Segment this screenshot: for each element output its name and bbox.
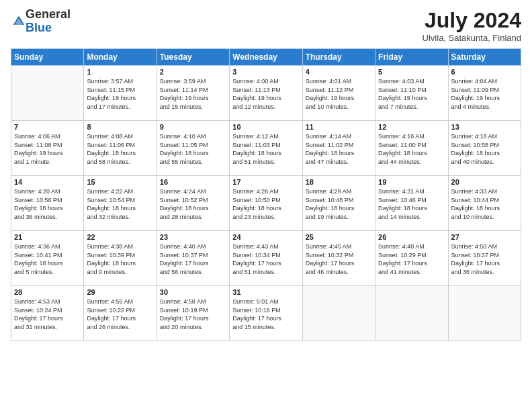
- col-sunday: Sunday: [11, 49, 84, 66]
- day-cell: 8Sunrise: 4:08 AM Sunset: 11:06 PM Dayli…: [84, 121, 157, 176]
- day-number: 27: [451, 233, 518, 241]
- day-cell: 21Sunrise: 4:36 AM Sunset: 10:41 PM Dayl…: [11, 231, 84, 286]
- location: Ulvila, Satakunta, Finland: [423, 33, 521, 43]
- week-row-3: 14Sunrise: 4:20 AM Sunset: 10:56 PM Dayl…: [11, 176, 521, 231]
- calendar-table: Sunday Monday Tuesday Wednesday Thursday…: [11, 48, 521, 341]
- day-cell: 13Sunrise: 4:18 AM Sunset: 10:58 PM Dayl…: [448, 121, 521, 176]
- day-info: Sunrise: 4:10 AM Sunset: 11:05 PM Daylig…: [160, 132, 226, 166]
- day-cell: 6Sunrise: 4:04 AM Sunset: 11:09 PM Dayli…: [448, 66, 521, 121]
- day-number: 15: [87, 178, 153, 186]
- day-number: 11: [306, 123, 372, 131]
- day-info: Sunrise: 4:00 AM Sunset: 11:13 PM Daylig…: [232, 77, 299, 111]
- day-cell: 24Sunrise: 4:43 AM Sunset: 10:34 PM Dayl…: [230, 231, 302, 286]
- day-number: 19: [378, 178, 445, 186]
- day-cell: 11Sunrise: 4:14 AM Sunset: 11:02 PM Dayl…: [302, 121, 375, 176]
- day-info: Sunrise: 3:59 AM Sunset: 11:14 PM Daylig…: [160, 77, 226, 111]
- day-cell: 22Sunrise: 4:38 AM Sunset: 10:39 PM Dayl…: [84, 231, 157, 286]
- col-monday: Monday: [84, 49, 157, 66]
- week-row-1: 1Sunrise: 3:57 AM Sunset: 11:15 PM Dayli…: [11, 66, 521, 121]
- day-info: Sunrise: 4:50 AM Sunset: 10:27 PM Daylig…: [451, 242, 518, 276]
- day-info: Sunrise: 4:16 AM Sunset: 11:00 PM Daylig…: [378, 132, 445, 166]
- day-number: 10: [232, 123, 299, 131]
- day-cell: 2Sunrise: 3:59 AM Sunset: 11:14 PM Dayli…: [157, 66, 229, 121]
- day-cell: 16Sunrise: 4:24 AM Sunset: 10:52 PM Dayl…: [157, 176, 229, 231]
- day-number: 18: [306, 178, 372, 186]
- day-cell: 1Sunrise: 3:57 AM Sunset: 11:15 PM Dayli…: [84, 66, 157, 121]
- day-info: Sunrise: 3:57 AM Sunset: 11:15 PM Daylig…: [87, 77, 153, 111]
- logo-icon: [12, 15, 26, 28]
- day-info: Sunrise: 4:58 AM Sunset: 10:19 PM Daylig…: [160, 298, 226, 331]
- day-info: Sunrise: 4:33 AM Sunset: 10:44 PM Daylig…: [451, 187, 518, 221]
- day-number: 26: [378, 233, 445, 241]
- day-info: Sunrise: 4:01 AM Sunset: 11:12 PM Daylig…: [306, 77, 372, 111]
- page: General Blue July 2024 Ulvila, Satakunta…: [0, 0, 532, 411]
- day-info: Sunrise: 4:31 AM Sunset: 10:46 PM Daylig…: [378, 187, 445, 221]
- week-row-2: 7Sunrise: 4:06 AM Sunset: 11:08 PM Dayli…: [11, 121, 521, 176]
- day-number: 31: [232, 288, 299, 296]
- day-number: 7: [14, 123, 81, 131]
- day-info: Sunrise: 4:48 AM Sunset: 10:29 PM Daylig…: [378, 242, 445, 276]
- day-cell: 25Sunrise: 4:45 AM Sunset: 10:32 PM Dayl…: [302, 231, 375, 286]
- day-number: 16: [160, 178, 226, 186]
- week-row-5: 28Sunrise: 4:53 AM Sunset: 10:24 PM Dayl…: [11, 286, 521, 341]
- day-number: 28: [14, 288, 81, 296]
- week-row-4: 21Sunrise: 4:36 AM Sunset: 10:41 PM Dayl…: [11, 231, 521, 286]
- col-friday: Friday: [375, 49, 448, 66]
- day-number: 6: [451, 68, 518, 76]
- day-cell: 23Sunrise: 4:40 AM Sunset: 10:37 PM Dayl…: [157, 231, 229, 286]
- day-info: Sunrise: 4:43 AM Sunset: 10:34 PM Daylig…: [232, 242, 299, 276]
- day-info: Sunrise: 4:40 AM Sunset: 10:37 PM Daylig…: [160, 242, 226, 276]
- header: General Blue July 2024 Ulvila, Satakunta…: [11, 8, 521, 43]
- day-info: Sunrise: 5:01 AM Sunset: 10:16 PM Daylig…: [232, 298, 299, 331]
- day-number: 8: [87, 123, 153, 131]
- day-number: 9: [160, 123, 226, 131]
- day-number: 29: [87, 288, 153, 296]
- day-info: Sunrise: 4:55 AM Sunset: 10:22 PM Daylig…: [87, 298, 153, 331]
- title-block: July 2024 Ulvila, Satakunta, Finland: [423, 8, 521, 43]
- day-info: Sunrise: 4:29 AM Sunset: 10:48 PM Daylig…: [306, 187, 372, 221]
- day-number: 3: [232, 68, 299, 76]
- col-thursday: Thursday: [302, 49, 375, 66]
- day-cell: 20Sunrise: 4:33 AM Sunset: 10:44 PM Dayl…: [448, 176, 521, 231]
- day-cell: [302, 286, 375, 341]
- day-cell: [11, 66, 84, 121]
- day-cell: [375, 286, 448, 341]
- day-info: Sunrise: 4:53 AM Sunset: 10:24 PM Daylig…: [14, 298, 81, 331]
- day-cell: 14Sunrise: 4:20 AM Sunset: 10:56 PM Dayl…: [11, 176, 84, 231]
- day-number: 22: [87, 233, 153, 241]
- day-info: Sunrise: 4:22 AM Sunset: 10:54 PM Daylig…: [87, 187, 153, 221]
- day-cell: 5Sunrise: 4:03 AM Sunset: 11:10 PM Dayli…: [375, 66, 448, 121]
- col-tuesday: Tuesday: [157, 49, 229, 66]
- day-number: 5: [378, 68, 445, 76]
- day-info: Sunrise: 4:06 AM Sunset: 11:08 PM Daylig…: [14, 132, 81, 166]
- day-cell: 9Sunrise: 4:10 AM Sunset: 11:05 PM Dayli…: [157, 121, 229, 176]
- month-year: July 2024: [423, 8, 521, 33]
- day-number: 4: [306, 68, 372, 76]
- day-number: 30: [160, 288, 226, 296]
- day-cell: 18Sunrise: 4:29 AM Sunset: 10:48 PM Dayl…: [302, 176, 375, 231]
- day-number: 1: [87, 68, 153, 76]
- day-number: 14: [14, 178, 81, 186]
- day-info: Sunrise: 4:24 AM Sunset: 10:52 PM Daylig…: [160, 187, 226, 221]
- day-number: 24: [232, 233, 299, 241]
- header-row: Sunday Monday Tuesday Wednesday Thursday…: [11, 49, 521, 66]
- day-number: 23: [160, 233, 226, 241]
- day-cell: 3Sunrise: 4:00 AM Sunset: 11:13 PM Dayli…: [230, 66, 302, 121]
- day-info: Sunrise: 4:12 AM Sunset: 11:03 PM Daylig…: [232, 132, 299, 166]
- col-saturday: Saturday: [448, 49, 521, 66]
- day-info: Sunrise: 4:26 AM Sunset: 10:50 PM Daylig…: [232, 187, 299, 221]
- day-info: Sunrise: 4:18 AM Sunset: 10:58 PM Daylig…: [451, 132, 518, 166]
- day-info: Sunrise: 4:08 AM Sunset: 11:06 PM Daylig…: [87, 132, 153, 166]
- day-cell: 19Sunrise: 4:31 AM Sunset: 10:46 PM Dayl…: [375, 176, 448, 231]
- logo: General Blue: [11, 8, 71, 35]
- day-info: Sunrise: 4:03 AM Sunset: 11:10 PM Daylig…: [378, 77, 445, 111]
- day-number: 2: [160, 68, 226, 76]
- day-cell: 30Sunrise: 4:58 AM Sunset: 10:19 PM Dayl…: [157, 286, 229, 341]
- logo-general: General: [26, 7, 71, 21]
- day-cell: [448, 286, 521, 341]
- day-cell: 7Sunrise: 4:06 AM Sunset: 11:08 PM Dayli…: [11, 121, 84, 176]
- day-info: Sunrise: 4:14 AM Sunset: 11:02 PM Daylig…: [306, 132, 372, 166]
- day-number: 13: [451, 123, 518, 131]
- day-cell: 17Sunrise: 4:26 AM Sunset: 10:50 PM Dayl…: [230, 176, 302, 231]
- day-number: 20: [451, 178, 518, 186]
